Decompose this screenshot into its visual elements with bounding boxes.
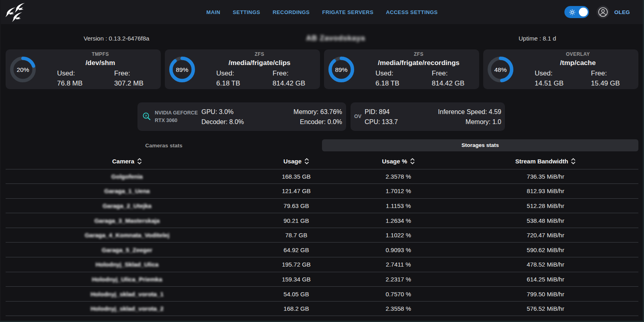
svg-text:89%: 89% [335,66,347,73]
svg-text:20%: 20% [16,66,29,73]
svg-text:48%: 48% [494,66,507,73]
svg-text:89%: 89% [176,66,188,73]
svg-text:?: ? [145,114,147,118]
